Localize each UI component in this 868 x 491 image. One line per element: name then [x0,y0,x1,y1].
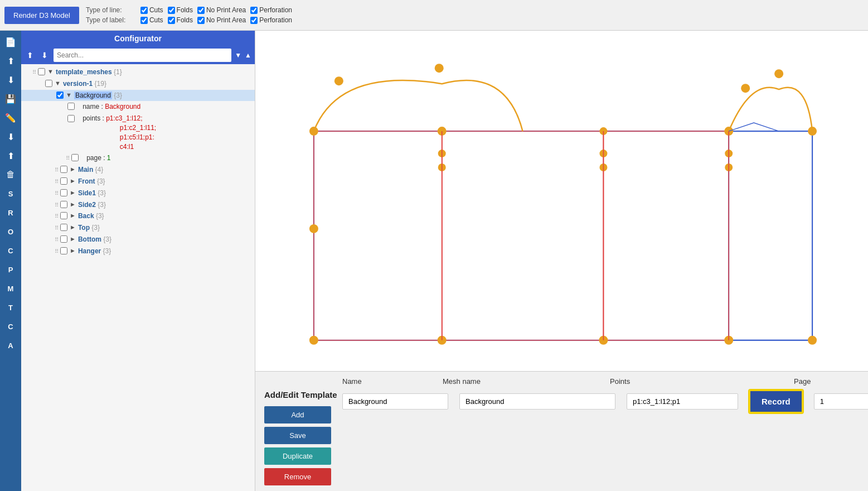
tree-content: ⠿ ▼ template_meshes {1} ▼ version-1 {19} [21,64,255,491]
tree-label: Front {3} [78,177,105,186]
collapse-arrow[interactable]: ▼ [66,91,72,99]
tree-search-input[interactable] [54,49,231,62]
label-folds-label[interactable]: Folds [168,16,193,24]
name-input[interactable] [342,393,448,410]
tree-item-side2[interactable]: ⠿ ► Side2 {3} [21,199,255,211]
label-cuts-label[interactable]: Cuts [140,16,163,24]
tree-label: Bottom {3} [78,235,111,244]
move-up-button[interactable]: ⬆ [2,52,20,70]
line-perforation-label[interactable]: Perforation [250,6,292,14]
points-input[interactable] [627,393,738,410]
label-folds-checkbox[interactable] [168,17,175,24]
mesh-name-column-header: Mesh name [443,377,610,386]
sidebar-letter-c1[interactable]: C [2,242,20,259]
label-perforation-checkbox[interactable] [250,17,258,24]
add-button[interactable]: Add [264,406,331,423]
download-icon-button[interactable]: ⬇ [2,128,20,146]
label-noprint-checkbox[interactable] [197,17,205,24]
tree-checkbox[interactable] [56,92,64,99]
collapse-arrow[interactable]: ▼ [55,79,61,88]
tree-checkbox[interactable] [38,68,45,75]
tree-item-front[interactable]: ⠿ ► Front {3} [21,176,255,187]
collapse-arrow[interactable]: ► [70,165,76,174]
configurator-button[interactable]: Configurator [114,34,162,43]
label-cuts-checkbox[interactable] [140,17,148,24]
tree-item-bottom[interactable]: ⠿ ► Bottom {3} [21,234,255,246]
delete-icon-button[interactable]: 🗑 [2,166,20,184]
remove-button[interactable]: Remove [264,468,331,485]
svg-point-8 [435,64,444,73]
new-file-button[interactable]: 📄 [2,33,20,51]
sidebar-letter-a[interactable]: A [2,336,20,354]
tree-checkbox[interactable] [67,115,75,122]
upload-icon-button[interactable]: ⬆ [2,147,20,165]
line-perforation-checkbox[interactable] [250,7,258,14]
render-d3-model-button[interactable]: Render D3 Model [4,7,79,24]
tree-checkbox[interactable] [60,201,67,208]
tree-label: version-1 {19} [63,79,106,89]
label-perforation-label[interactable]: Perforation [250,16,292,24]
line-noprint-label[interactable]: No Print Area [197,6,246,14]
tree-label: Back {3} [78,211,104,221]
sidebar-letter-s[interactable]: S [2,185,20,203]
line-folds-checkbox[interactable] [168,7,175,14]
tree-checkbox[interactable] [67,103,75,110]
line-folds-label[interactable]: Folds [168,6,193,14]
tree-item-hanger[interactable]: ⠿ ► Hanger {3} [21,246,255,257]
collapse-arrow[interactable]: ► [70,200,76,209]
tree-item-side1[interactable]: ⠿ ► Side1 {3} [21,187,255,199]
line-cuts-checkbox[interactable] [140,7,148,14]
collapse-arrow[interactable]: ► [70,247,76,255]
sidebar-letter-o[interactable]: O [2,223,20,240]
collapse-arrow[interactable]: ► [70,177,76,185]
collapse-arrow[interactable]: ▼ [47,68,54,76]
save-button[interactable]: Save [264,427,331,444]
tree-item-background[interactable]: ▼ Background {3} [21,90,255,102]
collapse-arrow[interactable]: ► [70,235,76,243]
label-noprint-label[interactable]: No Print Area [197,16,246,24]
tree-item-top[interactable]: ⠿ ► Top {3} [21,222,255,234]
tree-item-points-prop[interactable]: points : p1:c3_1:l12; p1:c2_1:l11; p1:c5… [21,113,255,152]
tree-checkbox[interactable] [60,189,67,196]
collapse-arrow[interactable]: ► [70,223,76,232]
line-noprint-checkbox[interactable] [197,7,205,14]
sidebar-letter-c2[interactable]: C [2,317,20,335]
tree-item-page-prop[interactable]: ⠿ page : 1 [21,152,255,164]
save-icon-button[interactable]: 💾 [2,90,20,108]
tree-item-name-prop[interactable]: name : Background [21,101,255,113]
canvas-area[interactable] [255,31,868,371]
tree-checkbox[interactable] [60,212,67,219]
tree-checkbox[interactable] [60,224,67,231]
sidebar-letter-p[interactable]: P [2,261,20,278]
tree-item-main[interactable]: ⠿ ► Main {4} [21,164,255,176]
tree-checkbox[interactable] [60,235,67,243]
tree-checkbox[interactable] [60,166,67,173]
tree-item-version-1[interactable]: ▼ version-1 {19} [21,78,255,90]
tree-checkbox[interactable] [71,154,79,161]
tree-filter-button[interactable]: ▼ [235,51,241,59]
tree-sort-down-button[interactable]: ⬇ [39,50,50,61]
type-of-label-row: Type of label: Cuts Folds No Print Area … [86,16,292,24]
tree-item-back[interactable]: ⠿ ► Back {3} [21,210,255,222]
tree-clear-button[interactable]: ▲ [245,51,251,59]
collapse-arrow[interactable]: ► [70,211,76,220]
tree-checkbox[interactable] [45,80,52,87]
sidebar-letter-t[interactable]: T [2,299,20,316]
tree-item-template-meshes[interactable]: ⠿ ▼ template_meshes {1} [21,66,255,78]
page-input[interactable] [814,393,868,410]
sidebar-letter-m[interactable]: M [2,280,20,297]
mesh-name-input[interactable] [459,393,615,410]
duplicate-button[interactable]: Duplicate [264,447,331,465]
points-field-group [627,393,738,410]
move-down-button[interactable]: ⬇ [2,71,20,89]
tree-checkbox[interactable] [60,177,67,185]
top-toolbar: Render D3 Model Type of line: Cuts Folds… [0,0,868,31]
tree-checkbox[interactable] [60,247,67,254]
collapse-arrow[interactable]: ► [70,189,76,197]
checkbox-group: Type of line: Cuts Folds No Print Area P… [86,6,292,24]
record-button[interactable]: Record [749,390,803,413]
tree-sort-up-button[interactable]: ⬆ [25,50,36,61]
edit-icon-button[interactable]: ✏️ [2,109,20,127]
sidebar-letter-r[interactable]: R [2,204,20,222]
line-cuts-label[interactable]: Cuts [140,6,163,14]
